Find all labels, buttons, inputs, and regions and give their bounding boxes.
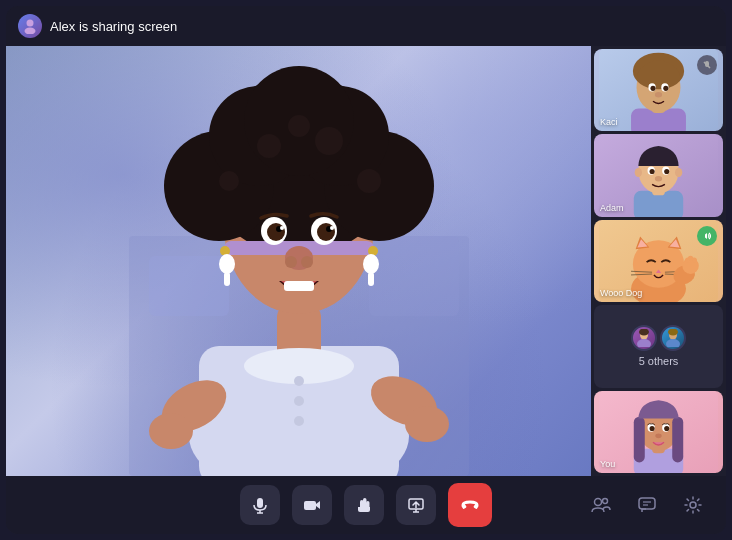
svg-rect-104 — [257, 498, 263, 508]
participant-tile-adam[interactable]: Adam — [594, 134, 723, 216]
svg-point-25 — [219, 171, 239, 191]
content-area: Kaci — [6, 46, 726, 476]
participants-sidebar: Kaci — [591, 46, 726, 476]
svg-point-15 — [405, 406, 449, 442]
participant-name-kaci: Kaci — [600, 117, 618, 127]
svg-point-103 — [655, 433, 661, 438]
svg-point-56 — [655, 92, 662, 97]
svg-point-10 — [294, 396, 304, 406]
svg-point-23 — [257, 134, 281, 158]
avatar — [18, 14, 42, 38]
svg-point-88 — [637, 339, 651, 347]
svg-point-38 — [285, 256, 297, 268]
group-avatar-cluster — [631, 325, 686, 351]
toolbar-right-buttons — [584, 488, 710, 522]
camera-button[interactable] — [292, 485, 332, 525]
svg-point-67 — [650, 169, 655, 174]
svg-point-55 — [663, 86, 668, 91]
svg-rect-40 — [284, 281, 314, 291]
participant-tile-others[interactable]: 5 others — [594, 305, 723, 387]
svg-point-27 — [288, 115, 310, 137]
mic-button[interactable] — [240, 485, 280, 525]
svg-rect-4 — [369, 236, 459, 316]
participants-button[interactable] — [584, 488, 618, 522]
svg-point-102 — [664, 426, 669, 431]
svg-rect-98 — [672, 416, 683, 462]
svg-rect-46 — [368, 272, 374, 286]
svg-point-35 — [280, 226, 284, 230]
participant-tile-you[interactable]: You — [594, 391, 723, 473]
svg-point-54 — [650, 86, 655, 91]
participant-tile-woooo[interactable]: Wooo Dog — [594, 220, 723, 302]
svg-point-9 — [294, 376, 304, 386]
svg-rect-119 — [639, 498, 655, 509]
svg-rect-45 — [224, 272, 230, 286]
participant-name-adam: Adam — [600, 203, 624, 213]
svg-point-26 — [357, 169, 381, 193]
svg-point-44 — [363, 254, 379, 274]
svg-point-118 — [603, 499, 608, 504]
svg-point-11 — [294, 416, 304, 426]
svg-point-91 — [666, 339, 680, 347]
main-video-area — [6, 46, 591, 476]
speaking-icon-woooo — [697, 226, 717, 246]
svg-point-36 — [330, 226, 334, 230]
svg-rect-58 — [705, 61, 709, 67]
chat-button[interactable] — [630, 488, 664, 522]
main-participant-avatar — [129, 46, 469, 476]
sharing-status-text: Alex is sharing screen — [50, 19, 177, 34]
svg-point-101 — [650, 426, 655, 431]
end-call-button[interactable] — [448, 483, 492, 527]
raise-hand-button[interactable] — [344, 485, 384, 525]
svg-point-68 — [664, 169, 669, 174]
group-avatar-2 — [660, 325, 686, 351]
svg-point-122 — [690, 502, 696, 508]
others-count-text: 5 others — [639, 355, 679, 367]
meeting-window: Alex is sharing screen — [6, 6, 726, 534]
svg-rect-108 — [363, 498, 367, 508]
screen-share-button[interactable] — [396, 485, 436, 525]
toolbar — [6, 476, 726, 534]
svg-point-63 — [635, 168, 642, 177]
svg-point-43 — [219, 254, 235, 274]
group-avatar-1 — [631, 325, 657, 351]
svg-point-24 — [315, 127, 343, 155]
svg-rect-97 — [634, 416, 645, 462]
svg-rect-107 — [304, 501, 316, 510]
svg-point-117 — [595, 499, 602, 506]
participant-tile-kaci[interactable]: Kaci — [594, 49, 723, 131]
mute-icon-kaci — [697, 55, 717, 75]
svg-point-14 — [149, 413, 193, 449]
settings-button[interactable] — [676, 488, 710, 522]
svg-point-31 — [267, 223, 285, 241]
svg-point-86 — [688, 256, 693, 261]
svg-point-32 — [317, 223, 335, 241]
svg-point-0 — [27, 20, 34, 27]
svg-point-69 — [655, 177, 662, 182]
svg-rect-3 — [149, 256, 229, 316]
participant-name-woooo: Wooo Dog — [600, 288, 642, 298]
svg-point-39 — [301, 256, 313, 268]
svg-point-64 — [675, 168, 682, 177]
svg-point-1 — [25, 28, 36, 35]
header-bar: Alex is sharing screen — [6, 6, 726, 46]
participant-name-you: You — [600, 459, 615, 469]
